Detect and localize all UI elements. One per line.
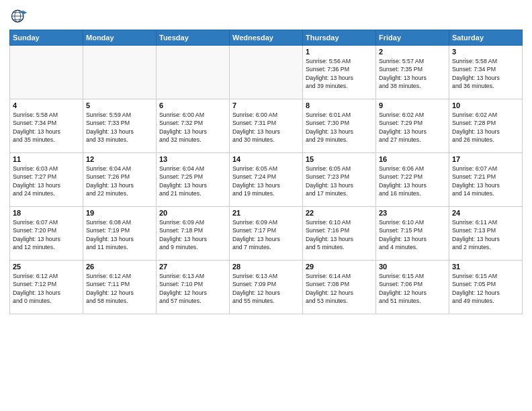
col-header-saturday: Saturday (449, 30, 523, 46)
day-number: 20 (159, 209, 226, 217)
day-number: 4 (13, 101, 80, 109)
day-number: 8 (306, 101, 373, 109)
day-info: Sunrise: 6:05 AM Sunset: 7:23 PM Dayligh… (306, 165, 373, 197)
day-number: 5 (86, 101, 153, 109)
calendar-cell (230, 46, 303, 99)
col-header-sunday: Sunday (10, 30, 83, 46)
calendar-cell: 29Sunrise: 6:14 AM Sunset: 7:08 PM Dayli… (303, 261, 376, 314)
calendar-cell: 24Sunrise: 6:11 AM Sunset: 7:13 PM Dayli… (449, 207, 523, 261)
day-info: Sunrise: 6:07 AM Sunset: 7:20 PM Dayligh… (13, 218, 80, 251)
calendar-body: 1Sunrise: 5:56 AM Sunset: 7:36 PM Daylig… (10, 46, 523, 314)
week-row-1: 1Sunrise: 5:56 AM Sunset: 7:36 PM Daylig… (10, 46, 523, 99)
day-info: Sunrise: 6:00 AM Sunset: 7:31 PM Dayligh… (232, 111, 300, 144)
day-info: Sunrise: 6:11 AM Sunset: 7:13 PM Dayligh… (452, 218, 519, 251)
calendar-cell (83, 46, 157, 99)
calendar-cell: 3Sunrise: 5:58 AM Sunset: 7:34 PM Daylig… (449, 46, 523, 99)
day-info: Sunrise: 5:58 AM Sunset: 7:34 PM Dayligh… (452, 57, 519, 90)
day-info: Sunrise: 6:01 AM Sunset: 7:30 PM Dayligh… (306, 111, 373, 144)
svg-marker-6 (22, 10, 27, 15)
day-info: Sunrise: 6:14 AM Sunset: 7:08 PM Dayligh… (306, 272, 373, 305)
day-info: Sunrise: 6:12 AM Sunset: 7:12 PM Dayligh… (13, 272, 80, 305)
day-info: Sunrise: 6:08 AM Sunset: 7:19 PM Dayligh… (86, 218, 153, 251)
day-info: Sunrise: 5:58 AM Sunset: 7:34 PM Dayligh… (13, 111, 80, 144)
calendar-header: SundayMondayTuesdayWednesdayThursdayFrid… (10, 30, 523, 46)
day-info: Sunrise: 6:03 AM Sunset: 7:27 PM Dayligh… (13, 165, 80, 197)
day-info: Sunrise: 6:00 AM Sunset: 7:32 PM Dayligh… (159, 111, 226, 144)
day-number: 2 (379, 48, 446, 56)
day-info: Sunrise: 5:59 AM Sunset: 7:33 PM Dayligh… (86, 111, 153, 144)
day-info: Sunrise: 6:10 AM Sunset: 7:16 PM Dayligh… (306, 218, 373, 251)
calendar-cell: 31Sunrise: 6:15 AM Sunset: 7:05 PM Dayli… (449, 261, 523, 314)
day-number: 31 (452, 263, 519, 271)
day-info: Sunrise: 6:02 AM Sunset: 7:29 PM Dayligh… (379, 111, 446, 144)
col-header-thursday: Thursday (303, 30, 376, 46)
week-row-3: 11Sunrise: 6:03 AM Sunset: 7:27 PM Dayli… (10, 153, 523, 207)
calendar-cell: 7Sunrise: 6:00 AM Sunset: 7:31 PM Daylig… (230, 99, 303, 153)
day-info: Sunrise: 5:56 AM Sunset: 7:36 PM Dayligh… (306, 57, 373, 90)
day-info: Sunrise: 6:05 AM Sunset: 7:24 PM Dayligh… (232, 165, 300, 197)
day-info: Sunrise: 6:12 AM Sunset: 7:11 PM Dayligh… (86, 272, 153, 305)
calendar-cell: 17Sunrise: 6:07 AM Sunset: 7:21 PM Dayli… (449, 153, 523, 207)
day-info: Sunrise: 6:09 AM Sunset: 7:17 PM Dayligh… (232, 218, 300, 251)
day-info: Sunrise: 6:13 AM Sunset: 7:10 PM Dayligh… (159, 272, 226, 305)
day-number: 9 (379, 101, 446, 109)
calendar-cell: 23Sunrise: 6:10 AM Sunset: 7:15 PM Dayli… (376, 207, 449, 261)
day-info: Sunrise: 6:02 AM Sunset: 7:28 PM Dayligh… (452, 111, 519, 144)
calendar-cell: 2Sunrise: 5:57 AM Sunset: 7:35 PM Daylig… (376, 46, 449, 99)
col-header-friday: Friday (376, 30, 449, 46)
calendar-cell: 19Sunrise: 6:08 AM Sunset: 7:19 PM Dayli… (83, 207, 157, 261)
calendar-cell: 4Sunrise: 5:58 AM Sunset: 7:34 PM Daylig… (10, 99, 83, 153)
day-number: 28 (232, 263, 300, 271)
calendar-cell: 1Sunrise: 5:56 AM Sunset: 7:36 PM Daylig… (303, 46, 376, 99)
col-header-tuesday: Tuesday (157, 30, 230, 46)
day-number: 3 (452, 48, 519, 56)
day-info: Sunrise: 6:15 AM Sunset: 7:06 PM Dayligh… (379, 272, 446, 305)
calendar-cell: 27Sunrise: 6:13 AM Sunset: 7:10 PM Dayli… (157, 261, 230, 314)
calendar-cell: 14Sunrise: 6:05 AM Sunset: 7:24 PM Dayli… (230, 153, 303, 207)
header-row: SundayMondayTuesdayWednesdayThursdayFrid… (10, 30, 523, 46)
calendar-cell: 25Sunrise: 6:12 AM Sunset: 7:12 PM Dayli… (10, 261, 83, 314)
day-number: 23 (379, 209, 446, 217)
day-number: 30 (379, 263, 446, 271)
day-number: 21 (232, 209, 300, 217)
day-number: 25 (13, 263, 80, 271)
day-number: 22 (306, 209, 373, 217)
col-header-wednesday: Wednesday (230, 30, 303, 46)
calendar-cell: 10Sunrise: 6:02 AM Sunset: 7:28 PM Dayli… (449, 99, 523, 153)
day-number: 14 (232, 155, 300, 163)
page: SundayMondayTuesdayWednesdayThursdayFrid… (0, 0, 532, 411)
day-number: 6 (159, 101, 226, 109)
day-number: 27 (159, 263, 226, 271)
calendar-cell: 11Sunrise: 6:03 AM Sunset: 7:27 PM Dayli… (10, 153, 83, 207)
calendar-cell (10, 46, 83, 99)
day-number: 17 (452, 155, 519, 163)
calendar-cell (157, 46, 230, 99)
day-info: Sunrise: 6:04 AM Sunset: 7:26 PM Dayligh… (86, 165, 153, 197)
calendar-table: SundayMondayTuesdayWednesdayThursdayFrid… (9, 30, 523, 314)
day-info: Sunrise: 5:57 AM Sunset: 7:35 PM Dayligh… (379, 57, 446, 90)
day-info: Sunrise: 6:04 AM Sunset: 7:25 PM Dayligh… (159, 165, 226, 197)
calendar-cell: 5Sunrise: 5:59 AM Sunset: 7:33 PM Daylig… (83, 99, 157, 153)
day-number: 13 (159, 155, 226, 163)
header (9, 7, 523, 26)
calendar-cell: 8Sunrise: 6:01 AM Sunset: 7:30 PM Daylig… (303, 99, 376, 153)
day-info: Sunrise: 6:06 AM Sunset: 7:22 PM Dayligh… (379, 165, 446, 197)
day-number: 11 (13, 155, 80, 163)
calendar-cell: 16Sunrise: 6:06 AM Sunset: 7:22 PM Dayli… (376, 153, 449, 207)
week-row-5: 25Sunrise: 6:12 AM Sunset: 7:12 PM Dayli… (10, 261, 523, 314)
day-number: 12 (86, 155, 153, 163)
day-number: 1 (306, 48, 373, 56)
calendar-cell: 26Sunrise: 6:12 AM Sunset: 7:11 PM Dayli… (83, 261, 157, 314)
day-number: 26 (86, 263, 153, 271)
day-info: Sunrise: 6:15 AM Sunset: 7:05 PM Dayligh… (452, 272, 519, 305)
logo (9, 7, 31, 26)
day-number: 15 (306, 155, 373, 163)
day-number: 24 (452, 209, 519, 217)
day-number: 16 (379, 155, 446, 163)
week-row-2: 4Sunrise: 5:58 AM Sunset: 7:34 PM Daylig… (10, 99, 523, 153)
day-number: 10 (452, 101, 519, 109)
week-row-4: 18Sunrise: 6:07 AM Sunset: 7:20 PM Dayli… (10, 207, 523, 261)
calendar-cell: 6Sunrise: 6:00 AM Sunset: 7:32 PM Daylig… (157, 99, 230, 153)
calendar-cell: 18Sunrise: 6:07 AM Sunset: 7:20 PM Dayli… (10, 207, 83, 261)
day-number: 7 (232, 101, 300, 109)
